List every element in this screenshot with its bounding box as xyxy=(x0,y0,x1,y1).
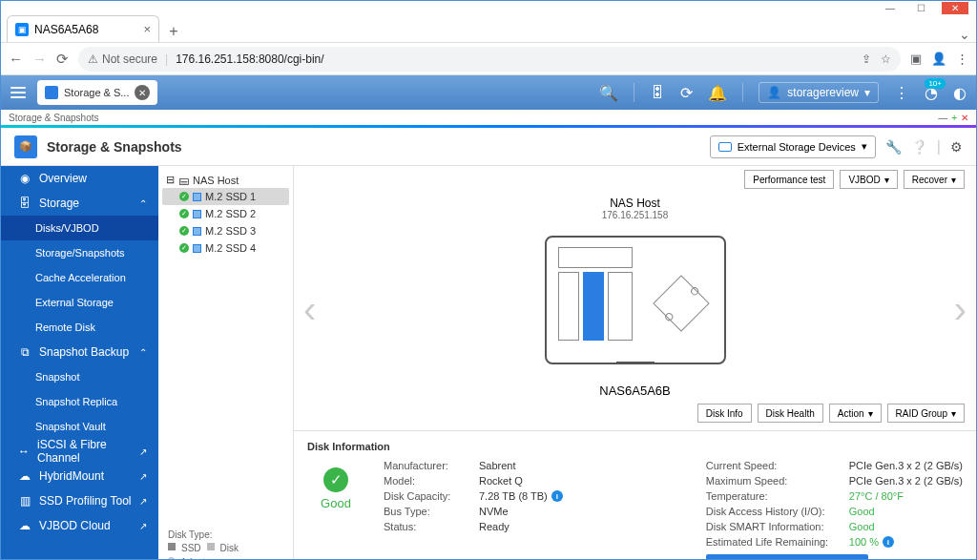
tree-item-ssd4[interactable]: ✓M.2 SSD 4 xyxy=(162,239,289,257)
check-icon: ✓ xyxy=(323,467,348,492)
legend: Disk Type: SSD Disk Adapter Used Type: D… xyxy=(162,524,289,560)
disk-info-button[interactable]: Disk Info xyxy=(697,404,752,423)
sidebar-item-storage[interactable]: 🗄Storage⌃ xyxy=(1,191,158,216)
tree-item-ssd3[interactable]: ✓M.2 SSD 3 xyxy=(162,222,289,239)
window-close[interactable]: ✕ xyxy=(942,2,968,14)
help-icon[interactable]: ❔ xyxy=(911,139,927,155)
chevron-down-icon: ▾ xyxy=(951,408,956,419)
sidebar-item-external-storage[interactable]: External Storage xyxy=(1,290,158,315)
info-icon[interactable]: i xyxy=(551,490,563,502)
qnap-app-tab[interactable]: Storage & S... ✕ xyxy=(37,80,157,105)
menu-icon[interactable]: ⋮ xyxy=(956,52,968,66)
overview-icon: ◉ xyxy=(18,172,31,185)
window-maximize[interactable]: ☐ xyxy=(911,2,930,14)
close-icon[interactable]: ✕ xyxy=(135,85,150,100)
window-controls: — ☐ ✕ xyxy=(1,1,976,14)
browser-tab[interactable]: ▣ NAS6A5A68 × xyxy=(7,15,159,42)
status-ok-icon: ✓ xyxy=(179,209,189,218)
device-visual: NAS Host 176.16.251.158 ‹ › NAS6A5A6B Di… xyxy=(294,193,976,430)
tree-item-ssd2[interactable]: ✓M.2 SSD 2 xyxy=(162,205,289,222)
disk-information-panel: Disk Information ✓ Good Manufacturer:Sab… xyxy=(294,430,976,560)
next-device-button[interactable]: › xyxy=(954,288,967,331)
status-ok-icon: ✓ xyxy=(179,226,189,236)
wrench-icon[interactable]: 🔧 xyxy=(885,139,902,155)
gear-icon[interactable]: ⚙ xyxy=(950,139,963,155)
vjbod-button[interactable]: VJBOD▾ xyxy=(840,170,897,189)
action-button[interactable]: Action▾ xyxy=(829,404,882,423)
tree-item-ssd1[interactable]: ✓M.2 SSD 1 xyxy=(162,188,289,205)
tab-overflow-icon[interactable]: ⌄ xyxy=(959,27,976,42)
sidebar-item-snapshot[interactable]: Snapshot xyxy=(1,364,158,389)
task-icon[interactable]: ⟳ xyxy=(680,84,693,102)
tree-root[interactable]: ⊟ 🖴 NAS Host xyxy=(162,172,289,188)
external-storage-button[interactable]: External Storage Devices ▾ xyxy=(710,135,876,158)
panel-maximize[interactable]: + xyxy=(951,113,957,123)
life-remaining-bar xyxy=(706,554,868,560)
gauge-icon[interactable]: ◐ xyxy=(953,84,967,102)
main-content: ◉Overview 🗄Storage⌃ Disks/VJBOD Storage/… xyxy=(1,166,976,560)
panel-close[interactable]: ✕ xyxy=(961,113,968,123)
sidebar-item-hybridmount[interactable]: ☁HybridMount↗ xyxy=(1,464,158,488)
sidebar-item-vjbod-cloud[interactable]: ☁VJBOD Cloud↗ xyxy=(1,513,158,538)
iscsi-icon: ↔ xyxy=(18,445,30,458)
bookmark-icon[interactable]: ☆ xyxy=(881,52,891,66)
address-bar[interactable]: ⚠ Not secure | 176.16.251.158:8080/cgi-b… xyxy=(78,47,901,72)
sidebar-item-snapshot-replica[interactable]: Snapshot Replica xyxy=(1,389,158,414)
user-menu[interactable]: 👤 storagereview ▾ xyxy=(759,82,879,103)
favicon-icon: ▣ xyxy=(15,23,29,36)
app-title: Storage & Snapshots xyxy=(47,139,182,155)
app-icon: 📦 xyxy=(14,135,37,158)
new-tab-button[interactable]: + xyxy=(163,21,184,42)
security-indicator[interactable]: ⚠ Not secure xyxy=(88,52,157,66)
extension-icon[interactable]: ▣ xyxy=(910,52,922,66)
performance-test-button[interactable]: Performance test xyxy=(744,170,834,189)
disk-info-left: Manufacturer:Sabrent Model:Rocket Q Disk… xyxy=(384,460,563,560)
recover-button[interactable]: Recover▾ xyxy=(904,170,965,189)
chevron-down-icon: ▾ xyxy=(868,408,873,419)
share-icon[interactable]: ⇪ xyxy=(862,52,871,66)
device-title: NAS Host xyxy=(294,197,976,210)
control-panel-icon[interactable]: 🎛 xyxy=(650,84,665,101)
info-icon[interactable]: i xyxy=(883,536,894,548)
window-minimize[interactable]: — xyxy=(881,2,900,14)
browser-tab-strip: ▣ NAS6A5A68 × + ⌄ xyxy=(1,14,976,43)
sidebar-item-overview[interactable]: ◉Overview xyxy=(1,166,158,191)
search-icon[interactable]: 🔍 xyxy=(599,84,618,102)
sidebar-item-remote-disk[interactable]: Remote Disk xyxy=(1,315,158,340)
notification-icon[interactable]: 🔔 xyxy=(708,84,727,102)
menu-icon[interactable] xyxy=(10,87,26,98)
ssd-icon xyxy=(193,193,201,201)
status-ok-icon: ✓ xyxy=(179,243,189,253)
chevron-down-icon: ▾ xyxy=(862,140,867,153)
nas-diagram[interactable] xyxy=(545,236,726,364)
action-row-middle: Disk Info Disk Health Action▾ RAID Group… xyxy=(294,398,976,428)
warning-icon: ⚠ xyxy=(88,52,98,66)
forward-button[interactable]: → xyxy=(32,51,47,67)
prev-device-button[interactable]: ‹ xyxy=(303,288,316,331)
raid-group-button[interactable]: RAID Group▾ xyxy=(887,404,965,423)
sidebar-item-disks-vjbod[interactable]: Disks/VJBOD xyxy=(1,216,158,240)
ssd-icon xyxy=(193,244,201,253)
sidebar-item-ssd-profiling[interactable]: ▥SSD Profiling Tool↗ xyxy=(1,488,158,513)
browser-toolbar: ← → ⟳ ⚠ Not secure | 176.16.251.158:8080… xyxy=(1,43,976,75)
sidebar-item-iscsi[interactable]: ↔iSCSI & Fibre Channel↗ xyxy=(1,439,158,464)
sidebar: ◉Overview 🗄Storage⌃ Disks/VJBOD Storage/… xyxy=(1,166,158,560)
reload-button[interactable]: ⟳ xyxy=(56,51,69,68)
profile-icon[interactable]: 👤 xyxy=(931,52,946,66)
external-link-icon: ↗ xyxy=(139,521,147,531)
ssd-icon: ▥ xyxy=(18,494,31,508)
chevron-down-icon: ▾ xyxy=(884,175,889,185)
sidebar-item-snapshot-vault[interactable]: Snapshot Vault xyxy=(1,414,158,439)
panel-minimize[interactable]: — xyxy=(938,113,947,123)
sidebar-item-cache-acceleration[interactable]: Cache Acceleration xyxy=(1,265,158,290)
dashboard-icon[interactable]: ◔10+ xyxy=(925,84,938,102)
disk-health-button[interactable]: Disk Health xyxy=(758,404,823,423)
sidebar-item-storage-snapshots[interactable]: Storage/Snapshots xyxy=(1,240,158,265)
more-icon[interactable]: ⋮ xyxy=(894,84,909,102)
sidebar-item-snapshot-backup[interactable]: ⧉Snapshot Backup⌃ xyxy=(1,340,158,364)
back-button[interactable]: ← xyxy=(9,51,23,67)
tab-close-icon[interactable]: × xyxy=(143,22,151,36)
qnap-top-bar: Storage & S... ✕ 🔍 🎛 ⟳ 🔔 👤 storagereview… xyxy=(1,75,976,110)
content-area: Performance test VJBOD▾ Recover▾ NAS Hos… xyxy=(294,166,976,560)
storage-icon xyxy=(45,86,58,99)
